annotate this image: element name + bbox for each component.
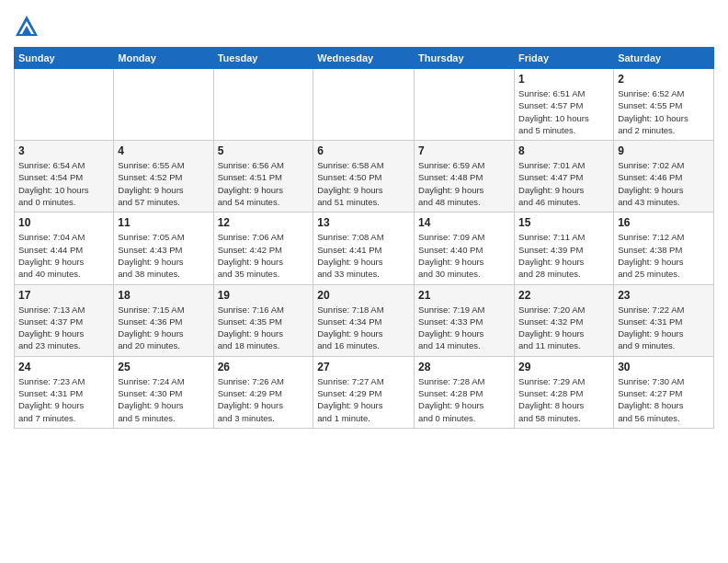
day-number: 19	[218, 289, 310, 302]
day-info: Sunrise: 7:09 AM Sunset: 4:40 PM Dayligh…	[418, 231, 510, 280]
day-cell: 30Sunrise: 7:30 AM Sunset: 4:27 PM Dayli…	[614, 356, 714, 428]
day-info: Sunrise: 7:19 AM Sunset: 4:33 PM Dayligh…	[418, 304, 510, 352]
day-info: Sunrise: 7:29 AM Sunset: 4:28 PM Dayligh…	[518, 375, 609, 424]
day-cell: 21Sunrise: 7:19 AM Sunset: 4:33 PM Dayli…	[415, 284, 515, 356]
weekday-monday: Monday	[114, 48, 213, 69]
day-cell: 15Sunrise: 7:11 AM Sunset: 4:39 PM Dayli…	[515, 213, 614, 284]
day-number: 5	[218, 144, 310, 157]
day-info: Sunrise: 7:20 AM Sunset: 4:32 PM Dayligh…	[518, 304, 609, 352]
day-info: Sunrise: 6:58 AM Sunset: 4:50 PM Dayligh…	[317, 159, 410, 208]
day-number: 16	[618, 216, 710, 229]
day-cell: 7Sunrise: 6:59 AM Sunset: 4:48 PM Daylig…	[415, 141, 515, 213]
day-cell	[114, 69, 213, 141]
day-cell: 12Sunrise: 7:06 AM Sunset: 4:42 PM Dayli…	[213, 213, 313, 284]
day-number: 23	[618, 289, 710, 302]
day-number: 14	[418, 216, 510, 229]
weekday-header: SundayMondayTuesdayWednesdayThursdayFrid…	[15, 48, 714, 69]
day-number: 28	[418, 361, 510, 373]
day-number: 18	[118, 289, 209, 302]
day-cell: 20Sunrise: 7:18 AM Sunset: 4:34 PM Dayli…	[313, 284, 415, 356]
day-cell	[415, 69, 515, 141]
day-cell: 22Sunrise: 7:20 AM Sunset: 4:32 PM Dayli…	[515, 284, 614, 356]
day-info: Sunrise: 7:26 AM Sunset: 4:29 PM Dayligh…	[218, 375, 310, 424]
day-info: Sunrise: 7:24 AM Sunset: 4:30 PM Dayligh…	[118, 375, 209, 424]
day-number: 7	[418, 144, 510, 157]
day-info: Sunrise: 6:52 AM Sunset: 4:55 PM Dayligh…	[618, 87, 710, 136]
day-cell: 3Sunrise: 6:54 AM Sunset: 4:54 PM Daylig…	[15, 141, 114, 213]
week-row-4: 24Sunrise: 7:23 AM Sunset: 4:31 PM Dayli…	[15, 356, 714, 428]
day-number: 2	[618, 73, 710, 86]
week-row-1: 3Sunrise: 6:54 AM Sunset: 4:54 PM Daylig…	[15, 141, 714, 213]
day-number: 1	[518, 73, 609, 86]
day-cell: 29Sunrise: 7:29 AM Sunset: 4:28 PM Dayli…	[515, 356, 614, 428]
week-row-0: 1Sunrise: 6:51 AM Sunset: 4:57 PM Daylig…	[15, 69, 714, 141]
day-cell: 5Sunrise: 6:56 AM Sunset: 4:51 PM Daylig…	[213, 141, 313, 213]
day-number: 4	[118, 144, 209, 157]
day-number: 6	[317, 144, 410, 157]
day-number: 20	[317, 289, 410, 302]
weekday-friday: Friday	[515, 48, 614, 69]
day-cell: 24Sunrise: 7:23 AM Sunset: 4:31 PM Dayli…	[15, 356, 114, 428]
day-info: Sunrise: 7:16 AM Sunset: 4:35 PM Dayligh…	[218, 304, 310, 352]
weekday-thursday: Thursday	[415, 48, 515, 69]
day-cell	[313, 69, 415, 141]
day-info: Sunrise: 6:55 AM Sunset: 4:52 PM Dayligh…	[118, 159, 209, 208]
day-info: Sunrise: 6:51 AM Sunset: 4:57 PM Dayligh…	[518, 87, 609, 136]
weekday-tuesday: Tuesday	[213, 48, 313, 69]
weekday-wednesday: Wednesday	[313, 48, 415, 69]
day-info: Sunrise: 7:22 AM Sunset: 4:31 PM Dayligh…	[618, 304, 710, 352]
day-info: Sunrise: 7:23 AM Sunset: 4:31 PM Dayligh…	[18, 375, 109, 424]
day-cell: 11Sunrise: 7:05 AM Sunset: 4:43 PM Dayli…	[114, 213, 213, 284]
day-cell: 8Sunrise: 7:01 AM Sunset: 4:47 PM Daylig…	[515, 141, 614, 213]
day-info: Sunrise: 7:08 AM Sunset: 4:41 PM Dayligh…	[317, 231, 410, 280]
day-number: 24	[18, 361, 109, 373]
day-number: 8	[518, 144, 609, 157]
day-info: Sunrise: 7:05 AM Sunset: 4:43 PM Dayligh…	[118, 231, 209, 280]
day-cell: 19Sunrise: 7:16 AM Sunset: 4:35 PM Dayli…	[213, 284, 313, 356]
day-info: Sunrise: 7:01 AM Sunset: 4:47 PM Dayligh…	[518, 159, 609, 208]
day-info: Sunrise: 7:12 AM Sunset: 4:38 PM Dayligh…	[618, 231, 710, 280]
day-cell: 25Sunrise: 7:24 AM Sunset: 4:30 PM Dayli…	[114, 356, 213, 428]
day-info: Sunrise: 7:18 AM Sunset: 4:34 PM Dayligh…	[317, 304, 410, 352]
day-number: 22	[518, 289, 609, 302]
day-info: Sunrise: 7:11 AM Sunset: 4:39 PM Dayligh…	[518, 231, 609, 280]
day-cell: 17Sunrise: 7:13 AM Sunset: 4:37 PM Dayli…	[15, 284, 114, 356]
day-number: 10	[18, 216, 109, 229]
day-number: 3	[18, 144, 109, 157]
weekday-sunday: Sunday	[15, 48, 114, 69]
day-cell: 2Sunrise: 6:52 AM Sunset: 4:55 PM Daylig…	[614, 69, 714, 141]
day-info: Sunrise: 7:27 AM Sunset: 4:29 PM Dayligh…	[317, 375, 410, 424]
day-number: 21	[418, 289, 510, 302]
day-cell: 4Sunrise: 6:55 AM Sunset: 4:52 PM Daylig…	[114, 141, 213, 213]
week-row-2: 10Sunrise: 7:04 AM Sunset: 4:44 PM Dayli…	[15, 213, 714, 284]
day-number: 27	[317, 361, 410, 373]
weekday-saturday: Saturday	[614, 48, 714, 69]
day-info: Sunrise: 7:06 AM Sunset: 4:42 PM Dayligh…	[218, 231, 310, 280]
day-cell: 27Sunrise: 7:27 AM Sunset: 4:29 PM Dayli…	[313, 356, 415, 428]
calendar: SundayMondayTuesdayWednesdayThursdayFrid…	[14, 47, 714, 429]
day-info: Sunrise: 7:28 AM Sunset: 4:28 PM Dayligh…	[418, 375, 510, 424]
day-cell: 9Sunrise: 7:02 AM Sunset: 4:46 PM Daylig…	[614, 141, 714, 213]
day-number: 9	[618, 144, 710, 157]
day-cell: 18Sunrise: 7:15 AM Sunset: 4:36 PM Dayli…	[114, 284, 213, 356]
day-cell	[213, 69, 313, 141]
day-number: 30	[618, 361, 710, 373]
day-info: Sunrise: 7:13 AM Sunset: 4:37 PM Dayligh…	[18, 304, 109, 352]
logo	[14, 14, 43, 40]
day-cell: 13Sunrise: 7:08 AM Sunset: 4:41 PM Dayli…	[313, 213, 415, 284]
day-number: 11	[118, 216, 209, 229]
day-number: 13	[317, 216, 410, 229]
day-cell: 1Sunrise: 6:51 AM Sunset: 4:57 PM Daylig…	[515, 69, 614, 141]
day-cell	[15, 69, 114, 141]
page-header	[14, 14, 714, 40]
day-cell: 6Sunrise: 6:58 AM Sunset: 4:50 PM Daylig…	[313, 141, 415, 213]
day-cell: 26Sunrise: 7:26 AM Sunset: 4:29 PM Dayli…	[213, 356, 313, 428]
day-cell: 28Sunrise: 7:28 AM Sunset: 4:28 PM Dayli…	[415, 356, 515, 428]
day-info: Sunrise: 6:54 AM Sunset: 4:54 PM Dayligh…	[18, 159, 109, 208]
day-cell: 23Sunrise: 7:22 AM Sunset: 4:31 PM Dayli…	[614, 284, 714, 356]
day-number: 15	[518, 216, 609, 229]
day-number: 29	[518, 361, 609, 373]
day-number: 25	[118, 361, 209, 373]
day-info: Sunrise: 7:15 AM Sunset: 4:36 PM Dayligh…	[118, 304, 209, 352]
day-number: 17	[18, 289, 109, 302]
